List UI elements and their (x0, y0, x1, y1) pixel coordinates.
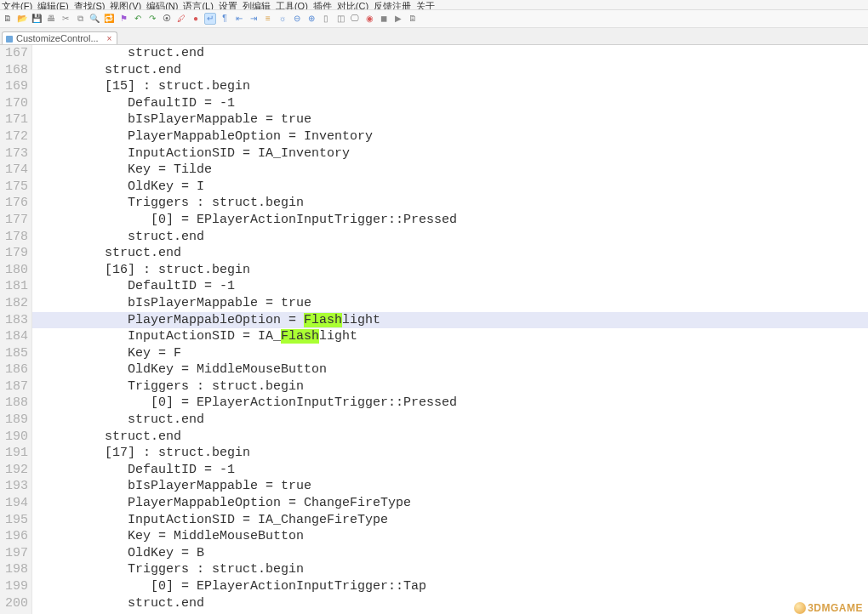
code-line[interactable]: DefaultID = -1 (32, 95, 868, 112)
menu-item[interactable]: 视图(V) (110, 0, 141, 10)
bookmark-icon[interactable]: ⚑ (117, 13, 129, 25)
undo-icon[interactable]: ↶ (132, 13, 144, 25)
code-area[interactable]: struct.end struct.end [15] : struct.begi… (32, 45, 868, 614)
code-line[interactable]: OldKey = B (32, 545, 868, 562)
code-line[interactable]: DefaultID = -1 (32, 278, 868, 295)
line-number-gutter: 1671681691701711721731741751761771781791… (0, 45, 32, 614)
collapse-icon[interactable]: ⊖ (291, 13, 303, 25)
highlight-icon[interactable]: 🖊 (175, 13, 187, 25)
code-line[interactable]: PlayerMappableOption = Flashlight (32, 312, 868, 329)
tab-bar: CustomizeControl... × (0, 28, 868, 45)
editor[interactable]: 1671681691701711721731741751761771781791… (0, 45, 868, 614)
menu-bar: 文件(F)编辑(E)查找(S)视图(V)编码(N)语言(L)设置列编辑工具(O)… (0, 0, 868, 10)
code-line[interactable]: bIsPlayerMappable = true (32, 295, 868, 312)
line-number: 177 (3, 212, 28, 229)
code-line[interactable]: PlayerMappableOption = Inventory (32, 128, 868, 145)
zoom-in-icon[interactable]: ⦿ (161, 13, 173, 25)
code-line[interactable]: InputActionSID = IA_ChangeFireType (32, 512, 868, 529)
close-icon[interactable]: × (107, 34, 112, 43)
find-icon[interactable]: 🔍 (89, 13, 100, 25)
stop-icon[interactable]: ◼ (378, 13, 390, 25)
code-line[interactable]: Key = F (32, 345, 868, 362)
menu-item[interactable]: 插件 (313, 0, 332, 10)
menu-item[interactable]: 编辑(E) (37, 0, 69, 10)
code-line[interactable]: [0] = EPlayerActionInputTrigger::Tap (32, 578, 868, 595)
record-icon[interactable]: ● (190, 13, 202, 25)
line-number: 200 (3, 595, 28, 612)
save-icon[interactable]: 💾 (31, 13, 43, 25)
code-line[interactable]: Triggers : struct.begin (32, 378, 868, 395)
code-line[interactable]: [0] = EPlayerActionInputTrigger::Pressed (32, 212, 868, 229)
search-highlight: Flash (304, 313, 342, 327)
menu-item[interactable]: 文件(F) (2, 0, 32, 10)
code-line[interactable]: Triggers : struct.begin (32, 195, 868, 212)
file-tab[interactable]: CustomizeControl... × (2, 31, 117, 44)
line-number: 180 (3, 262, 28, 279)
watermark-logo: 3DMGAME (794, 602, 863, 614)
line-number: 186 (3, 361, 28, 378)
code-line[interactable]: [15] : struct.begin (32, 78, 868, 95)
menu-item[interactable]: 编码(N) (146, 0, 178, 10)
indent-right-icon[interactable]: ⇥ (248, 13, 260, 25)
indent-left-icon[interactable]: ⇤ (233, 13, 245, 25)
tab-title: CustomizeControl... (16, 33, 99, 43)
code-line[interactable]: bIsPlayerMappable = true (32, 111, 868, 128)
menu-item[interactable]: 查找(S) (74, 0, 106, 10)
print-icon[interactable]: 🖶 (45, 13, 57, 25)
line-number: 179 (3, 245, 28, 262)
open-file-icon[interactable]: 📂 (16, 13, 28, 25)
list-icon[interactable]: ≡ (262, 13, 274, 25)
copy-icon[interactable]: ⧉ (74, 13, 86, 25)
panel-2-icon[interactable]: ◫ (334, 13, 346, 25)
doc-icon[interactable]: 🗎 (407, 13, 419, 25)
menu-item[interactable]: 工具(O) (276, 0, 308, 10)
sun-icon[interactable]: ☼ (277, 13, 288, 25)
wrap-icon[interactable]: ↵ (204, 13, 216, 25)
menu-item[interactable]: 语言(L) (183, 0, 213, 10)
code-line[interactable]: struct.end (32, 229, 868, 246)
line-number: 176 (3, 195, 28, 212)
code-line[interactable]: struct.end (32, 62, 868, 79)
cut-icon[interactable]: ✂ (60, 13, 71, 25)
line-number: 187 (3, 378, 28, 395)
code-line[interactable]: InputActionSID = IA_Inventory (32, 145, 868, 162)
menu-item[interactable]: 反馈注册 (374, 0, 411, 10)
code-line[interactable]: [16] : struct.begin (32, 262, 868, 279)
code-line[interactable]: [17] : struct.begin (32, 445, 868, 462)
toolbar: 🗎📂💾🖶✂⧉🔍🔁⚑↶↷⦿🖊●↵¶⇤⇥≡☼⊖⊕▯◫🖵◉◼▶🗎 (0, 10, 868, 28)
code-line[interactable]: Key = Tilde (32, 162, 868, 179)
code-line[interactable]: struct.end (32, 412, 868, 429)
line-number: 184 (3, 328, 28, 345)
monitor-icon[interactable]: 🖵 (349, 13, 361, 25)
expand-icon[interactable]: ⊕ (306, 13, 317, 25)
play-icon[interactable]: ▶ (392, 13, 404, 25)
globe-icon (794, 602, 806, 614)
code-line[interactable]: Key = MiddleMouseButton (32, 528, 868, 545)
code-line[interactable]: struct.end (32, 245, 868, 262)
line-number: 181 (3, 278, 28, 295)
code-line[interactable]: OldKey = I (32, 179, 868, 196)
code-line[interactable]: struct.end (32, 595, 868, 612)
menu-item[interactable]: 列编辑 (243, 0, 271, 10)
watermark-text: 3DMGAME (808, 602, 863, 614)
code-line[interactable]: DefaultID = -1 (32, 462, 868, 479)
replace-icon[interactable]: 🔁 (103, 13, 115, 25)
menu-item[interactable]: 设置 (219, 0, 237, 10)
record2-icon[interactable]: ◉ (363, 13, 375, 25)
panel-1-icon[interactable]: ▯ (320, 13, 332, 25)
code-line[interactable]: struct.end (32, 429, 868, 446)
code-line[interactable]: PlayerMappableOption = ChangeFireType (32, 495, 868, 512)
code-line[interactable]: struct.end (32, 45, 868, 62)
new-file-icon[interactable]: 🗎 (2, 13, 14, 25)
line-number: 192 (3, 462, 28, 479)
redo-icon[interactable]: ↷ (146, 13, 158, 25)
code-line[interactable]: InputActionSID = IA_Flashlight (32, 328, 868, 345)
code-line[interactable]: bIsPlayerMappable = true (32, 478, 868, 495)
code-line[interactable]: Triggers : struct.begin (32, 561, 868, 578)
whitespace-icon[interactable]: ¶ (219, 13, 231, 25)
code-line[interactable]: [0] = EPlayerActionInputTrigger::Pressed (32, 395, 868, 412)
menu-item[interactable]: 关于 (416, 0, 435, 10)
code-line[interactable]: OldKey = MiddleMouseButton (32, 361, 868, 378)
menu-item[interactable]: 对比(C) (337, 0, 368, 10)
line-number: 168 (3, 62, 28, 79)
